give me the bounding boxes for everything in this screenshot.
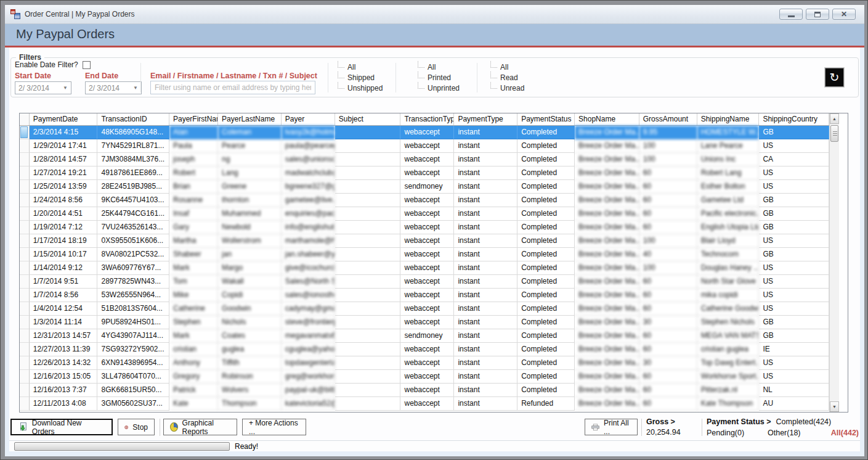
table-row[interactable]: 1/27/2014 19:2149187861EE869...RobertLan… xyxy=(20,166,829,180)
cell-shop[interactable]: Breeze Order Ma... xyxy=(575,397,639,411)
cell-country[interactable]: GB xyxy=(759,126,829,139)
cell-gross[interactable]: 60 xyxy=(639,302,697,316)
cell-subject[interactable] xyxy=(335,302,401,316)
cell-country[interactable]: GB xyxy=(759,316,829,329)
cell-ttype[interactable]: webaccept xyxy=(400,261,454,275)
cell-shipname[interactable]: North Star Glove ... xyxy=(697,275,760,289)
cell-country[interactable]: US xyxy=(759,166,829,180)
cell-status[interactable]: Completed xyxy=(517,356,575,370)
cell-subject[interactable] xyxy=(335,126,401,139)
cell-payer[interactable]: jan.shabeer@yah... xyxy=(282,248,335,261)
cell-country[interactable]: US xyxy=(759,289,829,302)
cell-last[interactable]: Margo xyxy=(218,261,282,275)
cell-payer[interactable]: katevictoria52@... xyxy=(282,397,335,411)
cell-date[interactable]: 1/14/2014 9:12 xyxy=(30,261,98,275)
cell-ttype[interactable]: webaccept xyxy=(400,316,454,329)
cell-date[interactable]: 1/25/2014 13:59 xyxy=(30,180,98,194)
cell-txn[interactable]: 3WA609776Y67... xyxy=(97,261,169,275)
cell-ptype[interactable]: instant xyxy=(454,166,517,180)
cell-ptype[interactable]: instant xyxy=(454,302,517,316)
cell-payer[interactable]: greg@workhorse... xyxy=(282,370,335,384)
cell-country[interactable]: US xyxy=(759,275,829,289)
cell-status[interactable]: Completed xyxy=(517,180,575,194)
cell-shop[interactable]: Breeze Order Ma... xyxy=(575,384,639,397)
cell-last[interactable]: jan xyxy=(218,248,282,261)
cell-first[interactable]: Martha xyxy=(169,234,218,248)
table-row[interactable]: 12/16/2013 15:053LL478604T070...GregoryR… xyxy=(20,370,829,384)
row-header[interactable] xyxy=(20,221,30,234)
cell-last[interactable]: Pearce xyxy=(218,139,282,153)
cell-ptype[interactable]: instant xyxy=(454,275,517,289)
cell-ttype[interactable]: webaccept xyxy=(400,370,454,384)
cell-ptype[interactable]: instant xyxy=(454,194,517,207)
cell-first[interactable]: joseph xyxy=(169,153,218,166)
all-count[interactable]: All(442) xyxy=(831,429,859,437)
cell-txn[interactable]: 9PU58924HS01... xyxy=(97,316,169,329)
cell-shipname[interactable]: Pitterzak.nl xyxy=(697,384,760,397)
cell-ttype[interactable]: webaccept xyxy=(400,343,454,356)
cell-country[interactable]: US xyxy=(759,370,829,384)
table-row[interactable]: 1/29/2014 17:417YN45291RL871...PaulaPear… xyxy=(20,139,829,153)
cell-shipname[interactable]: HOMESTYLE W... xyxy=(697,126,760,139)
cell-subject[interactable] xyxy=(335,180,401,194)
cell-status[interactable]: Completed xyxy=(517,316,575,329)
column-header-shipname[interactable]: ShippingName xyxy=(697,113,760,125)
table-row[interactable]: 12/27/2013 11:397SG93272Y5902...cristian… xyxy=(20,343,829,356)
cell-first[interactable]: Insaf xyxy=(169,207,218,221)
table-row[interactable]: 1/4/2014 12:5451B20813S7604...CatherineG… xyxy=(20,302,829,316)
filter-printed[interactable]: Printed xyxy=(416,72,473,83)
cell-status[interactable]: Completed xyxy=(517,302,575,316)
cell-date[interactable]: 2/3/2014 4:15 xyxy=(30,126,98,139)
cell-last[interactable]: Nichols xyxy=(218,316,282,329)
cell-date[interactable]: 1/4/2014 12:54 xyxy=(30,302,98,316)
cell-date[interactable]: 1/27/2014 19:21 xyxy=(30,166,98,180)
cell-date[interactable]: 12/16/2013 15:05 xyxy=(30,370,98,384)
cell-ttype[interactable]: webaccept xyxy=(400,166,454,180)
cell-last[interactable]: Wakall xyxy=(218,275,282,289)
cell-status[interactable]: Completed xyxy=(517,343,575,356)
cell-shipname[interactable]: Esther Bolton xyxy=(697,180,760,194)
cell-last[interactable]: Goodwin xyxy=(218,302,282,316)
cell-date[interactable]: 12/26/2013 14:32 xyxy=(30,356,98,370)
cell-country[interactable]: US xyxy=(759,234,829,248)
cell-shop[interactable]: Breeze Order Ma... xyxy=(575,316,639,329)
table-row[interactable]: 1/7/2014 9:5128977825WN43...TomWakallSal… xyxy=(20,275,829,289)
cell-ptype[interactable]: instant xyxy=(454,139,517,153)
cell-payer[interactable]: topdawgentertain... xyxy=(282,356,335,370)
cell-payer[interactable]: lvasy2k@hotmail... xyxy=(282,126,335,139)
cell-shop[interactable]: Breeze Order Ma... xyxy=(575,343,639,356)
cell-subject[interactable] xyxy=(335,248,401,261)
cell-date[interactable]: 1/19/2014 7:12 xyxy=(30,221,98,234)
cell-subject[interactable] xyxy=(335,343,401,356)
cell-date[interactable]: 1/15/2014 10:17 xyxy=(30,248,98,261)
cell-date[interactable]: 1/3/2014 11:14 xyxy=(30,316,98,329)
vertical-scrollbar[interactable]: ▲ ▼ xyxy=(829,113,839,412)
cell-status[interactable]: Completed xyxy=(517,234,575,248)
cell-shop[interactable]: Breeze Order Ma... xyxy=(575,166,639,180)
cell-ttype[interactable]: sendmoney xyxy=(400,329,454,343)
row-header[interactable] xyxy=(20,384,30,397)
cell-last[interactable]: thornton xyxy=(218,194,282,207)
cell-country[interactable]: AU xyxy=(759,397,829,411)
row-header[interactable] xyxy=(20,180,30,194)
cell-last[interactable]: Coates xyxy=(218,329,282,343)
cell-last[interactable]: Tiffith xyxy=(218,356,282,370)
cell-shop[interactable]: Breeze Order Ma... xyxy=(575,194,639,207)
cell-shipname[interactable]: English Utopia Ltd xyxy=(697,221,760,234)
cell-country[interactable]: GB xyxy=(759,207,829,221)
column-header-ttype[interactable]: TransactionType xyxy=(400,113,454,125)
cell-ptype[interactable]: instant xyxy=(454,180,517,194)
cell-ttype[interactable]: webaccept xyxy=(400,153,454,166)
cell-gross[interactable]: 60 xyxy=(639,384,697,397)
cell-txn[interactable]: 6XN9143896954... xyxy=(97,356,169,370)
row-header[interactable] xyxy=(20,248,30,261)
cell-ptype[interactable]: instant xyxy=(454,356,517,370)
column-header-last[interactable]: PayerLastName xyxy=(218,113,282,125)
cell-subject[interactable] xyxy=(335,275,401,289)
cell-gross[interactable]: 100 xyxy=(639,234,697,248)
column-header-txn[interactable]: TransactionID xyxy=(97,113,169,125)
stop-button[interactable]: Stop xyxy=(118,419,155,435)
cell-txn[interactable]: 0XS955051K606... xyxy=(97,234,169,248)
cell-gross[interactable]: 60 xyxy=(639,194,697,207)
cell-first[interactable]: Brian xyxy=(169,180,218,194)
